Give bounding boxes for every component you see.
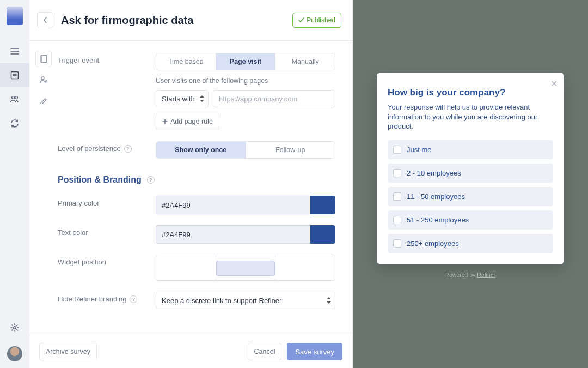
svg-point-7 [45,81,47,82]
survey-option[interactable]: 2 - 10 employees [388,164,553,183]
survey-option[interactable]: 51 - 250 employees [388,210,553,230]
help-icon[interactable]: ? [130,295,137,303]
svg-rect-0 [11,72,19,79]
checkbox-icon [393,192,401,201]
help-icon[interactable]: ? [124,145,132,153]
topbar: Ask for firmographic data Published [29,0,352,41]
svg-rect-5 [42,56,47,62]
svg-rect-4 [40,56,47,62]
cancel-button[interactable]: Cancel [248,343,282,360]
position-center[interactable] [216,255,276,280]
survey-option[interactable]: 250+ employees [388,234,553,253]
persistence-label: Level of persistence ? [58,141,156,153]
nav-users-icon[interactable] [0,87,29,111]
refiner-link[interactable]: Refiner [477,272,495,278]
check-icon [298,17,304,23]
match-type-select[interactable]: Starts with [156,90,209,107]
nav-surveys-icon[interactable] [0,63,29,87]
checkbox-icon [393,146,401,154]
trigger-hint: User visits one of the following pages [156,77,335,85]
plus-icon [162,119,168,124]
avatar[interactable] [7,346,22,361]
nav-menu-icon[interactable] [0,39,29,63]
seg-follow-up[interactable]: Follow-up [246,142,335,158]
powered-by: Powered by Refiner [377,272,564,278]
published-badge: Published [292,13,341,28]
nav-refresh-icon[interactable] [0,111,29,135]
back-button[interactable] [37,12,53,28]
trigger-segment: Time based Page visit Manually [156,53,335,70]
help-icon[interactable]: ? [147,176,155,184]
primary-color-input[interactable] [156,196,310,214]
text-color-input[interactable] [156,225,310,244]
persistence-segment: Show only once Follow-up [156,141,335,159]
checkbox-icon [393,239,401,248]
text-color-label: Text color [58,225,156,237]
checkbox-icon [393,216,401,224]
hide-branding-select[interactable]: Keep a discrete link to support Refiner [156,292,335,309]
position-right[interactable] [275,255,335,280]
close-icon[interactable]: ✕ [550,79,558,89]
svg-point-2 [15,96,18,99]
seg-page-visit[interactable]: Page visit [216,53,276,70]
page-title: Ask for firmographic data [61,14,193,27]
editor-tab-rail [29,41,58,335]
seg-manually[interactable]: Manually [275,53,335,70]
tab-audience-icon[interactable] [35,71,52,88]
svg-point-3 [14,327,16,329]
survey-option[interactable]: 11 - 50 employees [388,187,553,206]
hide-branding-label: Hide Refiner branding ? [58,292,156,303]
primary-color-swatch[interactable] [310,196,335,214]
svg-point-1 [12,96,15,99]
options-list: Just me 2 - 10 employees 11 - 50 employe… [388,140,553,253]
url-input[interactable] [213,90,335,107]
footer: Archive survey Cancel Save survey [29,335,352,368]
nav-settings-icon[interactable] [0,316,29,340]
archive-button[interactable]: Archive survey [39,343,97,360]
preview-pane: ✕ How big is your company? Your response… [353,0,588,368]
save-button[interactable]: Save survey [287,343,342,360]
survey-widget: ✕ How big is your company? Your response… [377,73,564,264]
widget-position-label: Widget position [58,255,156,266]
survey-question: How big is your company? [388,87,553,98]
primary-color-label: Primary color [58,196,156,207]
seg-show-once[interactable]: Show only once [156,142,246,158]
position-picker [156,255,335,281]
nav-rail [0,0,29,368]
survey-option[interactable]: Just me [388,140,553,159]
text-color-swatch[interactable] [310,225,335,244]
position-left[interactable] [156,255,216,280]
seg-time-based[interactable]: Time based [156,53,216,70]
tab-design-icon[interactable] [35,92,52,108]
add-page-rule-button[interactable]: Add page rule [156,113,219,130]
tab-content-icon[interactable] [35,51,52,67]
survey-description: Your response will help us to provide re… [388,102,553,131]
checkbox-icon [393,169,401,177]
app-logo[interactable] [7,7,23,25]
trigger-label: Trigger event [58,53,156,64]
branding-section-title: Position & Branding ? [58,175,346,185]
svg-point-6 [41,77,44,80]
